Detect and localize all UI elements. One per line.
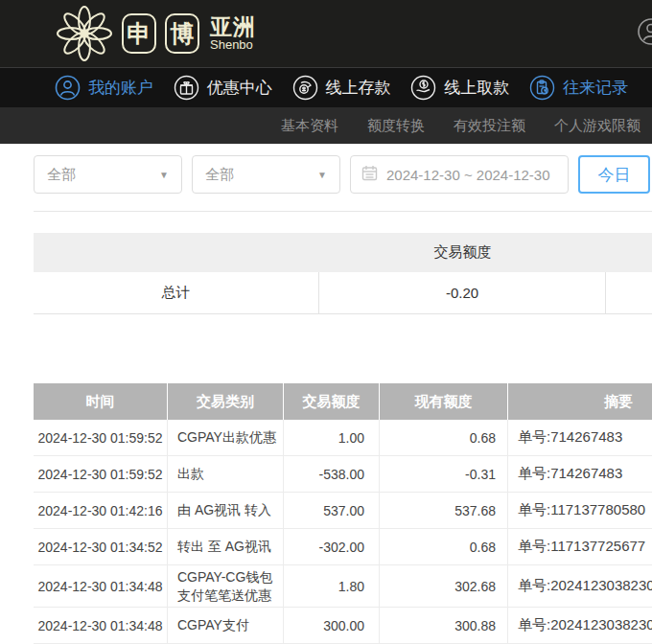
deposit-hand-coin-icon xyxy=(292,75,318,101)
summary-table: 交易额度 总计 -0.20 xyxy=(34,233,652,314)
date-range-value: 2024-12-30 ~ 2024-12-30 xyxy=(386,167,550,183)
cell-time: 2024-12-30 01:34:48 xyxy=(34,565,168,607)
select-value: 全部 xyxy=(205,166,234,184)
section-divider xyxy=(34,211,652,212)
table-row: 2024-12-30 01:59:52 CGPAY出款优惠 1.00 0.68 … xyxy=(34,420,652,456)
nav-item-deposit[interactable]: 线上存款 xyxy=(292,75,391,101)
user-circle-icon xyxy=(55,75,81,101)
cell-summary: 单号:2024123038230344 xyxy=(508,608,652,643)
nav-item-withdraw[interactable]: 线上取款 xyxy=(410,75,509,101)
logo-char-box-2: 博 xyxy=(165,13,199,54)
gift-icon xyxy=(174,75,199,101)
table-row: 2024-12-30 01:34:52 转出 至 AG视讯 -302.00 0.… xyxy=(34,529,652,565)
cell-summary: 单号:714267483 xyxy=(508,456,652,492)
withdraw-hand-coin-icon xyxy=(410,75,436,101)
cell-balance: -0.31 xyxy=(380,456,508,492)
nav-label: 线上存款 xyxy=(326,77,391,99)
cell-type: CGPAY支付 xyxy=(168,608,284,643)
flower-logo-icon xyxy=(56,5,113,62)
select-value: 全部 xyxy=(47,166,76,184)
nav-item-records[interactable]: 往来记录 xyxy=(529,75,628,101)
transaction-type-select-1[interactable]: 全部 ▼ xyxy=(34,155,182,194)
cell-amount: -538.00 xyxy=(284,456,380,492)
transactions-table: 时间 交易类别 交易额度 现有额度 摘要 2024-12-30 01:59:52… xyxy=(34,383,652,644)
cell-time: 2024-12-30 01:59:52 xyxy=(34,420,168,455)
cell-type: 转出 至 AG视讯 xyxy=(168,529,284,564)
header-logo-band: 申 博 亚洲 Shenbo xyxy=(0,0,652,67)
cell-summary: 单号:714267483 xyxy=(508,420,652,455)
table-row: 2024-12-30 01:42:16 由 AG视讯 转入 537.00 537… xyxy=(34,493,652,529)
col-header-type: 交易类别 xyxy=(168,383,284,420)
transactions-table-header: 时间 交易类别 交易额度 现有额度 摘要 xyxy=(34,383,652,420)
col-header-amount: 交易额度 xyxy=(284,383,380,420)
cell-type: CGPAY-CG钱包支付笔笔送优惠 xyxy=(168,565,284,607)
cell-summary: 单号:2024123038230344 xyxy=(508,565,652,607)
records-clipboard-icon xyxy=(529,75,555,101)
logo-region-text: 亚洲 xyxy=(210,15,256,38)
cell-balance: 300.88 xyxy=(380,608,508,643)
col-header-time: 时间 xyxy=(34,383,168,420)
cell-amount: -302.00 xyxy=(284,529,380,564)
summary-header-empty xyxy=(606,233,652,272)
account-subnav: 基本资料 额度转换 有效投注额 个人游戏限额 xyxy=(0,107,652,144)
cell-amount: 1.00 xyxy=(284,420,380,455)
cell-balance: 0.68 xyxy=(380,529,508,564)
table-row: 2024-12-30 01:34:48 CGPAY支付 300.00 300.8… xyxy=(34,608,652,644)
logo-char-box-1: 申 xyxy=(122,13,156,54)
calendar-icon xyxy=(361,165,378,184)
today-button[interactable]: 今日 xyxy=(578,155,650,194)
col-header-balance: 现有额度 xyxy=(380,383,508,420)
summary-total-row: 总计 -0.20 xyxy=(34,272,652,314)
logo-subtitle-text: Shenbo xyxy=(210,38,256,52)
table-row: 2024-12-30 01:34:48 CGPAY-CG钱包支付笔笔送优惠 1.… xyxy=(34,565,652,608)
table-row: 2024-12-30 01:59:52 出款 -538.00 -0.31 单号:… xyxy=(34,456,652,493)
nav-item-promotions[interactable]: 优惠中心 xyxy=(174,75,272,101)
cell-amount: 1.80 xyxy=(284,565,380,607)
cell-summary: 单号:117137780580 xyxy=(508,493,652,528)
date-range-input[interactable]: 2024-12-30 ~ 2024-12-30 xyxy=(350,155,569,194)
nav-label: 往来记录 xyxy=(563,77,628,99)
summary-table-header: 交易额度 xyxy=(34,233,652,272)
cell-type: CGPAY出款优惠 xyxy=(168,420,284,455)
cell-balance: 537.68 xyxy=(380,493,508,528)
cell-time: 2024-12-30 01:34:48 xyxy=(34,608,168,643)
cell-balance: 302.68 xyxy=(380,565,508,607)
cell-type: 由 AG视讯 转入 xyxy=(168,493,284,528)
transaction-type-select-2[interactable]: 全部 ▼ xyxy=(192,155,340,194)
summary-header-amount: 交易额度 xyxy=(319,233,606,272)
cell-amount: 300.00 xyxy=(284,608,380,643)
user-avatar-icon[interactable] xyxy=(637,17,652,50)
nav-label: 优惠中心 xyxy=(207,77,272,99)
cell-type: 出款 xyxy=(168,456,284,492)
cell-time: 2024-12-30 01:42:16 xyxy=(34,493,168,528)
chevron-down-icon: ▼ xyxy=(159,170,169,180)
cell-time: 2024-12-30 01:59:52 xyxy=(34,456,168,492)
col-header-summary: 摘要 xyxy=(508,383,652,420)
chevron-down-icon: ▼ xyxy=(317,170,327,180)
cell-balance: 0.68 xyxy=(380,420,508,455)
nav-label: 线上取款 xyxy=(444,77,509,99)
summary-total-value: -0.20 xyxy=(319,272,606,313)
cell-summary: 单号:117137725677 xyxy=(508,529,652,564)
summary-empty-cell xyxy=(606,272,652,313)
brand-logo[interactable]: 申 博 亚洲 Shenbo xyxy=(56,5,256,62)
cell-time: 2024-12-30 01:34:52 xyxy=(34,529,168,564)
cell-amount: 537.00 xyxy=(284,493,380,528)
nav-label: 我的账户 xyxy=(88,77,153,99)
subnav-item-valid-bets[interactable]: 有效投注额 xyxy=(454,117,525,135)
subnav-item-game-limits[interactable]: 个人游戏限额 xyxy=(554,117,640,135)
filter-bar: 全部 ▼ 全部 ▼ 2024-12-30 ~ 2024-12-30 今日 xyxy=(34,155,652,194)
main-navigation: 我的账户 优惠中心 线上存款 xyxy=(0,67,652,107)
subnav-item-quota-transfer[interactable]: 额度转换 xyxy=(367,117,425,135)
summary-total-label: 总计 xyxy=(34,272,319,313)
nav-item-my-account[interactable]: 我的账户 xyxy=(55,75,153,101)
summary-header-empty xyxy=(34,233,319,272)
subnav-item-basic-info[interactable]: 基本资料 xyxy=(281,117,338,135)
